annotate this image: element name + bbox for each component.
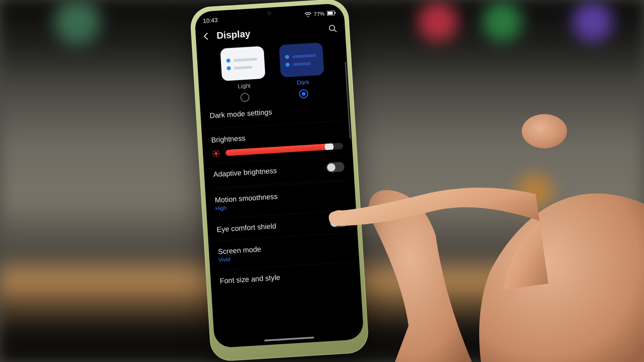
- dark-mode-settings-label: Dark mode settings: [210, 104, 341, 120]
- clock: 10:43: [203, 17, 218, 24]
- brightness-fill: [226, 143, 329, 156]
- page-title: Display: [216, 24, 323, 41]
- back-button[interactable]: [200, 30, 213, 43]
- battery-text: 77%: [313, 10, 325, 17]
- svg-rect-3: [335, 12, 336, 14]
- home-indicator[interactable]: [264, 337, 314, 342]
- adaptive-brightness-toggle[interactable]: [326, 162, 345, 172]
- search-button[interactable]: [327, 22, 339, 35]
- phone-screen: 10:43 77% Display: [194, 3, 364, 348]
- settings-list: Dark mode settings Brightness Adaptive b…: [200, 96, 360, 287]
- svg-line-13: [214, 155, 215, 156]
- theme-option-dark[interactable]: Dark: [276, 42, 329, 100]
- theme-label-light: Light: [238, 82, 251, 90]
- svg-line-11: [213, 151, 214, 152]
- theme-card-dark: [279, 43, 324, 78]
- svg-line-14: [218, 151, 219, 152]
- radio-light[interactable]: [240, 93, 250, 102]
- brightness-icon: [212, 149, 221, 157]
- svg-line-5: [334, 29, 336, 32]
- brightness-track[interactable]: [226, 143, 343, 156]
- theme-selector: Light Dark: [197, 39, 349, 105]
- theme-card-light: [220, 46, 265, 81]
- font-label: Font size and style: [220, 269, 351, 286]
- wifi-icon: [304, 12, 312, 18]
- svg-rect-2: [327, 11, 333, 15]
- theme-label-dark: Dark: [297, 79, 309, 86]
- eye-comfort-toggle[interactable]: [329, 217, 348, 228]
- brightness-thumb[interactable]: [324, 143, 334, 151]
- svg-line-12: [218, 155, 219, 156]
- theme-option-light[interactable]: Light: [217, 46, 270, 103]
- radio-dark[interactable]: [299, 89, 308, 99]
- battery-icon: [327, 10, 336, 16]
- eye-comfort-label: Eye comfort shield: [216, 222, 276, 234]
- adaptive-brightness-label: Adaptive brightness: [213, 167, 277, 179]
- svg-point-6: [215, 152, 217, 155]
- phone: 10:43 77% Display: [189, 0, 369, 362]
